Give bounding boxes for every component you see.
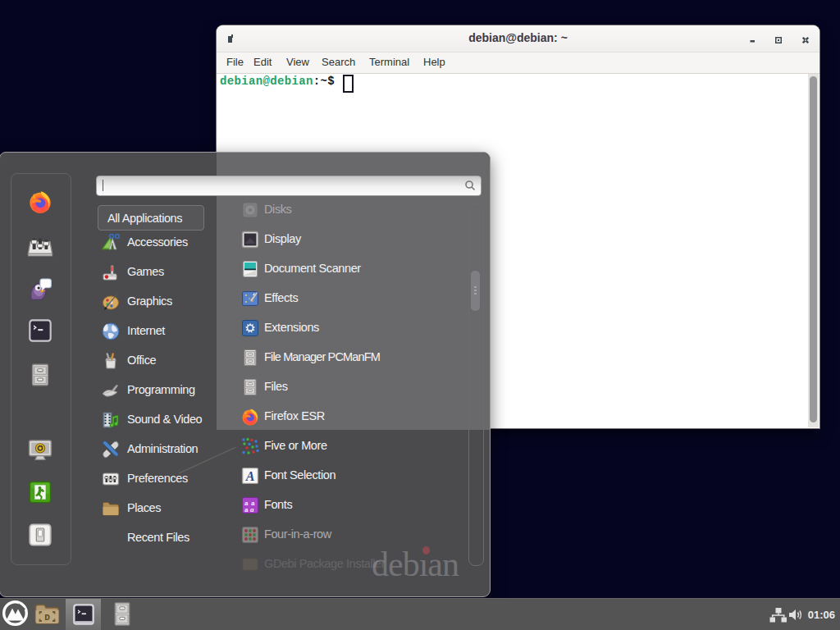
svg-text:D: D	[44, 613, 50, 623]
svg-text:a: a	[250, 505, 254, 514]
svg-text:a: a	[244, 505, 249, 514]
svg-text:A: A	[245, 469, 255, 483]
